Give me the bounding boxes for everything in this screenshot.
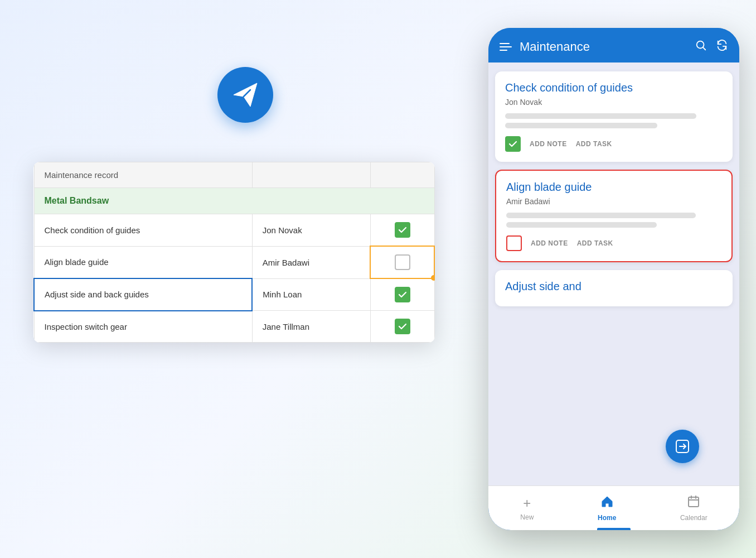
assignee-cell: Jon Novak [252, 214, 370, 247]
task-cell: Align blade guide [34, 246, 252, 278]
card-title-1: Check condition of guides [505, 81, 723, 94]
card-footer-1: ADD NOTE ADD TASK [505, 136, 723, 152]
status-cell[interactable] [370, 278, 434, 311]
header-col1: Maintenance record [34, 162, 252, 188]
card-checkbox-red[interactable] [506, 235, 522, 251]
refresh-icon[interactable] [716, 39, 728, 55]
phone-header-icons [695, 39, 728, 55]
card-subtitle-1: Jon Novak [505, 98, 723, 107]
nav-item-new[interactable]: + New [520, 496, 534, 521]
card-subtitle-2: Amir Badawi [506, 197, 721, 206]
table-header-row: Maintenance record [34, 162, 434, 188]
card-line [506, 213, 696, 218]
add-note-button-1[interactable]: ADD NOTE [530, 140, 567, 148]
phone-mockup: Maintenance Check condition of guides Jo… [488, 28, 739, 530]
plus-icon: + [523, 496, 531, 511]
phone-header-left: Maintenance [500, 40, 590, 54]
assignee-cell: Jane Tillman [252, 311, 370, 343]
hamburger-menu-icon[interactable] [500, 43, 512, 51]
add-note-button-2[interactable]: ADD NOTE [531, 239, 568, 247]
phone-title: Maintenance [520, 40, 590, 54]
nav-active-bar [597, 528, 631, 530]
svg-rect-2 [689, 497, 699, 507]
add-task-button-2[interactable]: ADD TASK [577, 239, 613, 247]
table-row[interactable]: Check condition of guides Jon Novak [34, 214, 434, 247]
card-checkbox-green[interactable] [505, 136, 521, 152]
phone-bottom-nav: + New Home Calendar [488, 485, 739, 530]
check-green-icon [395, 319, 410, 334]
phone-content: Check condition of guides Jon Novak ADD … [488, 62, 739, 485]
status-cell-selected[interactable] [370, 246, 434, 278]
maintenance-card-1[interactable]: Check condition of guides Jon Novak ADD … [495, 71, 733, 162]
card-title-2: Align blade guide [506, 181, 721, 194]
floating-paper-plane-icon [217, 67, 273, 123]
home-icon [600, 495, 614, 512]
task-cell: Inspection switch gear [34, 311, 252, 343]
nav-label-calendar: Calendar [680, 514, 707, 522]
status-cell[interactable] [370, 214, 434, 247]
calendar-icon [687, 495, 700, 512]
nav-label-home: Home [598, 514, 616, 522]
card-line [506, 222, 657, 228]
header-col2 [252, 162, 370, 188]
status-cell[interactable] [370, 311, 434, 343]
phone-fab-button[interactable] [666, 430, 699, 463]
maintenance-card-2[interactable]: Align blade guide Amir Badawi ADD NOTE A… [495, 170, 733, 262]
phone-header: Maintenance [488, 28, 739, 62]
table-row[interactable]: Adjust side and back guides Minh Loan [34, 278, 434, 311]
add-task-button-1[interactable]: ADD TASK [576, 140, 612, 148]
assignee-cell: Amir Badawi [252, 246, 370, 278]
task-cell-highlighted: Adjust side and back guides [34, 278, 252, 311]
task-cell: Check condition of guides [34, 214, 252, 247]
header-col3 [370, 162, 434, 188]
maintenance-table: Maintenance record Metal Bandsaw Check c… [33, 162, 435, 343]
nav-item-home[interactable]: Home [598, 495, 616, 522]
card-line [505, 123, 657, 128]
nav-label-new: New [520, 513, 534, 521]
partial-card-title: Adjust side and [505, 280, 723, 293]
section-label: Metal Bandsaw [34, 188, 434, 214]
check-green-icon [395, 287, 410, 302]
nav-item-calendar[interactable]: Calendar [680, 495, 707, 522]
card-line [505, 113, 696, 119]
card-footer-2: ADD NOTE ADD TASK [506, 235, 721, 251]
card-lines-1 [505, 113, 723, 128]
table-row[interactable]: Inspection switch gear Jane Tillman [34, 311, 434, 343]
assignee-cell: Minh Loan [252, 278, 370, 311]
search-icon[interactable] [695, 39, 707, 55]
check-empty-icon [395, 254, 410, 270]
partial-card: Adjust side and [495, 270, 733, 306]
section-row-metal-bandsaw: Metal Bandsaw [34, 188, 434, 214]
card-lines-2 [506, 213, 721, 228]
spreadsheet-panel: Maintenance record Metal Bandsaw Check c… [33, 162, 435, 343]
check-green-icon [395, 222, 410, 238]
table-row[interactable]: Align blade guide Amir Badawi [34, 246, 434, 278]
